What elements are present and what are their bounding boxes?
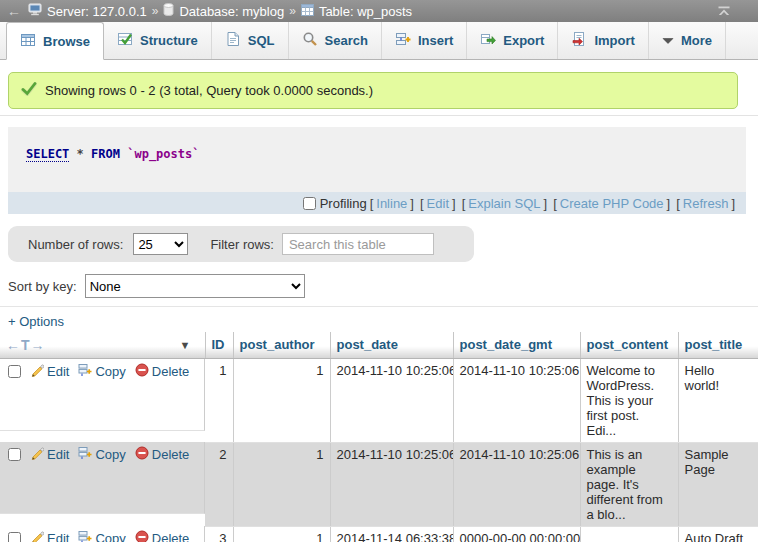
cell-post_date_gmt[interactable]: 2014-11-10 10:25:06 — [453, 358, 580, 442]
refresh-link[interactable]: Refresh — [683, 196, 729, 211]
copy-row-link[interactable]: Copy — [78, 446, 125, 463]
back-button[interactable]: ← — [0, 3, 28, 19]
delete-label: Delete — [152, 531, 190, 542]
tab-insert[interactable]: Insert — [382, 22, 467, 59]
filter-rows-input[interactable] — [282, 233, 434, 255]
header-dropdown-icon[interactable]: ▼ — [180, 339, 199, 351]
row-checkbox[interactable] — [8, 532, 21, 542]
profiling-checkbox[interactable] — [303, 197, 316, 210]
column-header-post_title[interactable]: post_title — [678, 332, 758, 358]
sql-icon — [225, 31, 241, 50]
tab-more[interactable]: More — [649, 22, 726, 59]
section-divider — [0, 115, 758, 116]
cell-post_date[interactable]: 2014-11-10 10:25:06 — [330, 358, 453, 442]
delete-row-link[interactable]: Delete — [135, 363, 190, 380]
status-message: Showing rows 0 - 2 (3 total, Query took … — [8, 72, 738, 109]
row-actions-cell: Edit Copy Delete — [0, 442, 205, 514]
tab-browse-label: Browse — [43, 34, 90, 49]
delete-icon — [135, 530, 149, 542]
bracket: ] — [452, 196, 456, 211]
pencil-icon — [30, 446, 44, 463]
number-of-rows-select[interactable]: 25 — [133, 233, 188, 255]
collapse-panel-icon[interactable] — [716, 6, 732, 16]
edit-row-link[interactable]: Edit — [30, 446, 69, 463]
results-table: ←T→ ▼ ID post_author post_date post_date… — [0, 332, 758, 542]
tab-export[interactable]: Export — [467, 22, 558, 59]
cell-post_content[interactable]: Welcome to WordPress. This is your first… — [580, 358, 678, 442]
column-header-post_date[interactable]: post_date — [330, 332, 453, 358]
copy-icon — [78, 363, 92, 380]
delete-icon — [135, 446, 149, 463]
number-of-rows-label: Number of rows: — [28, 237, 123, 252]
tab-export-label: Export — [503, 33, 544, 48]
cell-post_title[interactable]: Auto Draft — [678, 526, 758, 542]
edit-label: Edit — [47, 364, 69, 379]
top-navigation-bar: ← Server: 127.0.0.1 » Database: myblog »… — [0, 0, 758, 22]
delete-row-link[interactable]: Delete — [135, 446, 190, 463]
breadcrumb-server[interactable]: Server: 127.0.0.1 — [28, 3, 147, 19]
column-reorder-control[interactable]: ←T→ — [6, 337, 46, 353]
tab-import[interactable]: Import — [558, 22, 648, 59]
cell-id[interactable]: 1 — [205, 358, 233, 442]
sort-by-key-label: Sort by key: — [8, 279, 77, 294]
copy-row-link[interactable]: Copy — [78, 363, 125, 380]
cell-post_title[interactable]: Hello world! — [678, 358, 758, 442]
cell-post_content[interactable] — [580, 526, 678, 542]
bracket: [ — [420, 196, 424, 211]
column-header-post_author[interactable]: post_author — [233, 332, 330, 358]
table-tabs: Browse Structure SQL Search Insert Expor… — [0, 22, 758, 60]
sql-keyword-from: FROM — [91, 147, 120, 161]
edit-query-link[interactable]: Edit — [427, 196, 449, 211]
tab-structure[interactable]: Structure — [104, 22, 212, 59]
chevron-down-icon — [662, 33, 674, 48]
import-icon — [571, 31, 587, 50]
column-header-id[interactable]: ID — [205, 332, 233, 358]
column-header-post_date_gmt[interactable]: post_date_gmt — [453, 332, 580, 358]
bracket: ] — [731, 196, 735, 211]
tab-sql[interactable]: SQL — [212, 22, 289, 59]
cell-id[interactable]: 2 — [205, 442, 233, 526]
create-php-code-link[interactable]: Create PHP Code — [560, 196, 664, 211]
bracket: [ — [553, 196, 557, 211]
row-checkbox[interactable] — [8, 365, 21, 378]
column-header-post_content[interactable]: post_content — [580, 332, 678, 358]
copy-label: Copy — [95, 364, 125, 379]
bracket: ] — [544, 196, 548, 211]
options-toggle-link[interactable]: + Options — [8, 314, 64, 329]
breadcrumb-database[interactable]: Database: myblog — [163, 3, 284, 19]
browse-icon — [20, 32, 36, 51]
sql-keyword-select: SELECT — [26, 147, 69, 162]
row-checkbox[interactable] — [8, 448, 21, 461]
edit-row-link[interactable]: Edit — [30, 363, 69, 380]
explain-sql-link[interactable]: Explain SQL — [468, 196, 540, 211]
copy-row-link[interactable]: Copy — [78, 530, 125, 542]
cell-id[interactable]: 3 — [205, 526, 233, 542]
copy-label: Copy — [95, 447, 125, 462]
pencil-icon — [30, 530, 44, 542]
tab-import-label: Import — [594, 33, 634, 48]
cell-post_date_gmt[interactable]: 2014-11-10 10:25:06 — [453, 442, 580, 526]
cell-post_author[interactable]: 1 — [233, 358, 330, 442]
cell-post_date[interactable]: 2014-11-14 06:33:38 — [330, 526, 453, 542]
breadcrumb-table[interactable]: Table: wp_posts — [301, 4, 412, 19]
cell-post_title[interactable]: Sample Page — [678, 442, 758, 526]
copy-icon — [78, 530, 92, 542]
tab-search[interactable]: Search — [289, 22, 382, 59]
cell-post_author[interactable]: 1 — [233, 442, 330, 526]
tab-browse[interactable]: Browse — [6, 22, 104, 60]
sort-by-key-select[interactable]: None — [85, 274, 305, 298]
cell-post_date_gmt[interactable]: 0000-00-00 00:00:00 — [453, 526, 580, 542]
database-icon — [163, 3, 174, 19]
search-icon — [302, 31, 318, 50]
delete-row-link[interactable]: Delete — [135, 530, 190, 542]
breadcrumb-separator: » — [289, 4, 296, 18]
edit-row-link[interactable]: Edit — [30, 530, 69, 542]
cell-post_content[interactable]: This is an example page. It's different … — [580, 442, 678, 526]
filter-rows-label: Filter rows: — [210, 237, 274, 252]
sort-control-row: Sort by key: None — [8, 274, 305, 298]
inline-link[interactable]: Inline — [376, 196, 407, 211]
cell-post_date[interactable]: 2014-11-10 10:25:06 — [330, 442, 453, 526]
rows-control-bar: Number of rows: 25 Filter rows: — [8, 226, 474, 262]
cell-post_author[interactable]: 1 — [233, 526, 330, 542]
status-message-text: Showing rows 0 - 2 (3 total, Query took … — [45, 83, 373, 98]
